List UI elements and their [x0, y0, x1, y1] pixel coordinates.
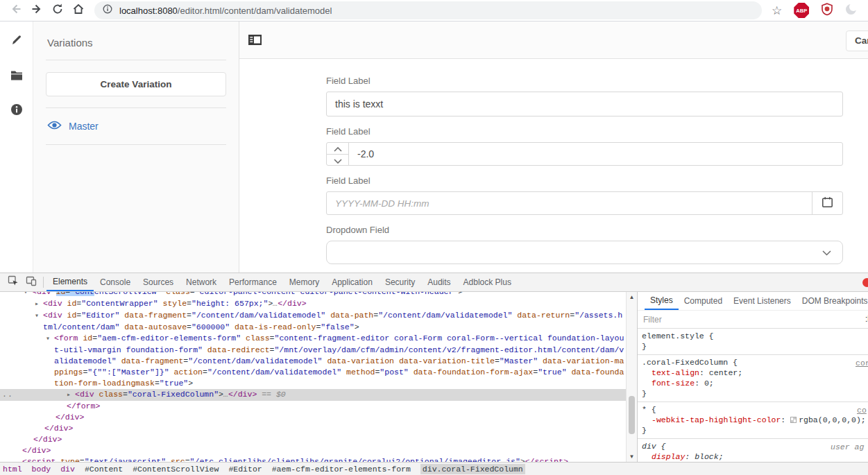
devtools-tab-elements[interactable]: Elements	[46, 273, 94, 291]
css-rule[interactable]: co* {-webkit-tap-highlight-color: rgba(0…	[638, 402, 868, 439]
text-field[interactable]: this is texxt	[326, 92, 843, 116]
devtools-tab-memory[interactable]: Memory	[283, 273, 325, 291]
css-rule[interactable]: element.style {}	[638, 329, 868, 355]
css-rule[interactable]: cor.coral-FixedColumn {text-align: cente…	[638, 355, 868, 402]
back-button[interactable]	[6, 1, 26, 20]
expand-arrow-icon[interactable]: ▸	[67, 390, 75, 401]
content-tree-button[interactable]	[10, 69, 24, 83]
scrollbar-thumb[interactable]	[629, 396, 635, 434]
scroll-up-arrow-icon[interactable]: ▲	[627, 294, 637, 300]
breadcrumb-div[interactable]: div	[60, 465, 75, 474]
stylesheet-source-link[interactable]: co	[857, 405, 867, 415]
inspect-cursor-icon	[8, 275, 19, 289]
devtools-tab-console[interactable]: Console	[94, 273, 137, 291]
css-selector: element.style {	[642, 331, 867, 341]
panel-title: Variations	[33, 21, 239, 49]
shield-extension-icon[interactable]	[821, 3, 833, 19]
devtools: ElementsConsoleSourcesNetworkPerformance…	[0, 273, 868, 475]
chevron-down-icon	[822, 247, 831, 258]
divider	[43, 277, 44, 288]
chevron-down-icon	[334, 155, 342, 166]
devtools-tab-network[interactable]: Network	[180, 273, 223, 291]
stylesheet-source-link[interactable]: user ag	[831, 442, 864, 452]
elements-scrollbar[interactable]: ▲ ▼	[626, 292, 637, 462]
reload-button[interactable]	[47, 1, 68, 20]
css-property[interactable]: display: block;	[642, 451, 867, 462]
datetime-field[interactable]: YYYY-MM-DD HH:mm	[326, 191, 843, 215]
page-info-icon[interactable]	[103, 4, 112, 17]
home-button[interactable]	[68, 1, 89, 20]
dom-tree-line-selected[interactable]: ..▸<div class="coral-FixedColumn">…</div…	[0, 389, 626, 401]
breadcrumb--aem-cfm-editor-elements-form[interactable]: #aem-cfm-editor-elements-form	[272, 465, 411, 474]
error-count-badge[interactable]	[862, 278, 868, 287]
url-text: localhost:8080/editor.html/content/dam/v…	[119, 6, 332, 16]
form-group-dropdown: Dropdown Field	[326, 225, 843, 264]
bookmark-star-icon[interactable]: ☆	[772, 5, 782, 17]
expand-arrow-icon[interactable]: ▸	[35, 299, 43, 310]
side-panel-toggle-button[interactable]	[248, 35, 262, 48]
scroll-down-arrow-icon[interactable]: ▼	[627, 454, 637, 460]
info-icon	[10, 103, 23, 119]
create-variation-button[interactable]: Create Variation	[46, 72, 226, 96]
number-field[interactable]: -2.0	[326, 142, 843, 166]
dom-tree-line[interactable]: ▾<div id="ContentScrollView" class="edit…	[0, 292, 626, 298]
text-field-value: this is texxt	[335, 98, 383, 110]
breadcrumb-div-coral-fixedcolumn[interactable]: div.coral-FixedColumn	[420, 464, 525, 474]
styles-filter-input[interactable]: Filter	[643, 315, 662, 325]
devtools-tab-application[interactable]: Application	[325, 273, 379, 291]
dom-tree-line[interactable]: <script type="text/javascript" src="/etc…	[0, 456, 626, 462]
dropdown-field[interactable]	[326, 241, 843, 264]
pseudo-state-toggle[interactable]: :hov	[865, 314, 868, 324]
breadcrumb-body[interactable]: body	[32, 465, 51, 474]
stylesheet-source-link[interactable]: cor	[856, 358, 868, 368]
css-property[interactable]: -webkit-tap-highlight-color: rgba(0,0,0,…	[642, 415, 867, 425]
dom-tree-line[interactable]: ▸<div id="ContentWrapper" style="height:…	[0, 298, 626, 310]
css-property[interactable]: text-align: center;	[642, 368, 867, 378]
forward-button[interactable]	[26, 1, 47, 20]
dom-tree-line[interactable]: </form>	[0, 401, 626, 412]
devtools-tab-performance[interactable]: Performance	[223, 273, 283, 291]
devtools-tab-security[interactable]: Security	[379, 273, 421, 291]
styles-tab-event-listeners[interactable]: Event Listeners	[728, 292, 797, 310]
cancel-button[interactable]: Cancel	[846, 31, 868, 51]
breadcrumb--contentscrollview[interactable]: #ContentScrollView	[133, 465, 219, 474]
address-bar[interactable]: localhost:8080/editor.html/content/dam/v…	[94, 1, 762, 19]
css-rule[interactable]: user agdiv {display: block;}	[638, 439, 868, 462]
fragment-editor-main: Cancel Field Label this is texxt Field L…	[239, 21, 868, 273]
edit-tool-button[interactable]	[10, 35, 24, 49]
styles-tab-styles[interactable]: Styles	[645, 292, 679, 310]
info-tool-button[interactable]	[10, 104, 24, 118]
profile-avatar[interactable]	[845, 3, 857, 18]
dom-tree-line[interactable]: ▾<div id="Editor" data-fragment="/conten…	[0, 310, 626, 333]
devtools-tab-sources[interactable]: Sources	[137, 273, 180, 291]
styles-tab-dom-breakpoints[interactable]: DOM Breakpoints	[797, 292, 868, 310]
device-toolbar-button[interactable]	[22, 274, 40, 291]
styles-tab-computed[interactable]: Computed	[679, 292, 728, 310]
inspect-element-button[interactable]	[4, 274, 22, 291]
back-arrow-icon	[10, 3, 22, 18]
dom-tree-line[interactable]: </div>	[0, 412, 626, 423]
breadcrumb--editor[interactable]: #Editor	[228, 465, 262, 474]
number-field-value: -2.0	[349, 148, 374, 159]
calendar-button[interactable]	[812, 192, 842, 214]
adblock-extension-icon[interactable]: ABP	[794, 3, 809, 18]
devtools-tab-audits[interactable]: Audits	[421, 273, 457, 291]
dom-tree-line[interactable]: </div>	[0, 445, 626, 456]
collapse-arrow-icon[interactable]: ▾	[35, 311, 43, 322]
variation-item-master[interactable]: Master	[33, 119, 239, 133]
breadcrumb-html[interactable]: html	[3, 465, 22, 474]
dom-breadcrumbs: htmlbodydiv#Content#ContentScrollView#Ed…	[0, 462, 868, 475]
breadcrumb--content[interactable]: #Content	[85, 465, 123, 474]
dom-tree-line[interactable]: </div>	[0, 423, 626, 434]
stepper-up-button[interactable]	[327, 143, 348, 155]
url-path: /editor.html/content/dam/validatemodel	[178, 6, 332, 16]
collapse-arrow-icon[interactable]: ▾	[24, 292, 32, 298]
dom-tree-line[interactable]: </div>	[0, 434, 626, 445]
styles-sidebar: StylesComputedEvent ListenersDOM Breakpo…	[637, 292, 868, 462]
devtools-tab-adblock-plus[interactable]: Adblock Plus	[457, 273, 518, 291]
color-swatch[interactable]	[790, 417, 797, 423]
stepper-down-button[interactable]	[327, 155, 348, 166]
dom-tree-line[interactable]: ▾<form id="aem-cfm-editor-elements-form"…	[0, 333, 626, 389]
collapse-arrow-icon[interactable]: ▾	[46, 334, 54, 345]
css-property[interactable]: font-size: 0;	[642, 378, 867, 388]
